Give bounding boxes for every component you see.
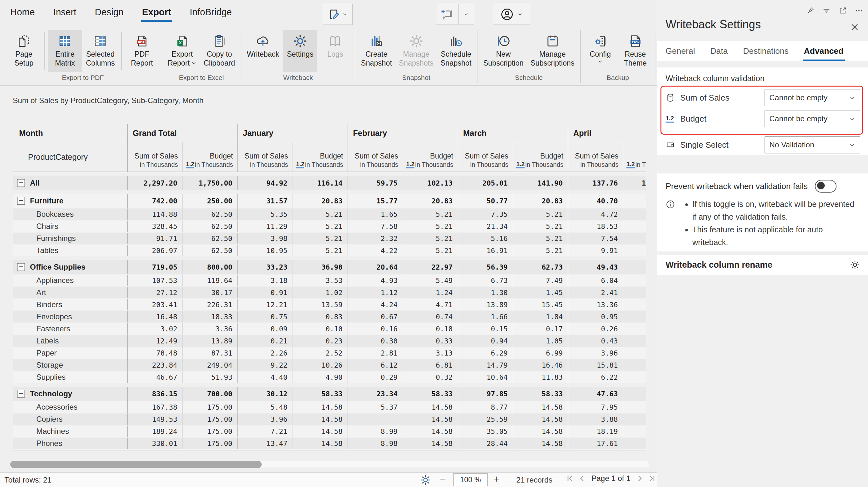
more-options-icon[interactable] xyxy=(855,6,863,15)
matrix-cell[interactable]: 6.99 xyxy=(513,347,568,359)
matrix-cell[interactable]: 13.36 xyxy=(568,299,623,310)
row-label-cell[interactable]: Technology xyxy=(13,387,127,401)
row-label-cell[interactable]: Furniture xyxy=(13,194,127,208)
matrix-cell[interactable]: 14.79 xyxy=(458,359,513,371)
matrix-cell[interactable]: 28.44 xyxy=(458,438,513,449)
matrix-cell[interactable]: 4.71 xyxy=(403,299,458,310)
matrix-cell[interactable]: 0.83 xyxy=(292,311,348,323)
matrix-cell[interactable]: 18.33 xyxy=(182,311,238,323)
matrix-cell[interactable]: 0.95 xyxy=(568,311,623,323)
matrix-cell[interactable]: 16.46 xyxy=(513,359,568,371)
matrix-cell[interactable]: 1.66 xyxy=(458,311,513,323)
matrix-cell[interactable]: 25.59 xyxy=(458,414,513,425)
month-group-header[interactable]: February xyxy=(348,124,458,142)
matrix-cell[interactable]: 78.48 xyxy=(127,347,182,359)
matrix-cell[interactable]: 7.95 xyxy=(568,401,623,413)
row-label-cell[interactable]: Tables xyxy=(13,245,127,256)
matrix-cell[interactable]: 5.21 xyxy=(513,220,568,232)
matrix-cell[interactable] xyxy=(623,260,646,274)
matrix-cell[interactable]: 1.30 xyxy=(458,287,513,298)
matrix-cell[interactable]: 1.84 xyxy=(513,311,568,323)
matrix-cell[interactable]: 2.26 xyxy=(238,347,292,359)
matrix-cell[interactable]: 5.21 xyxy=(292,233,348,244)
matrix-cell[interactable]: 116.14 xyxy=(292,176,348,190)
matrix-cell[interactable]: 21.34 xyxy=(458,220,513,232)
matrix-cell[interactable]: 16.91 xyxy=(458,245,513,256)
matrix-cell[interactable]: 0.43 xyxy=(568,335,623,346)
row-label-cell[interactable]: Fasteners xyxy=(13,323,127,335)
matrix-cell[interactable]: 3.18 xyxy=(238,275,292,286)
matrix-cell[interactable]: 58.33 xyxy=(292,387,348,401)
matrix-cell[interactable]: 3.53 xyxy=(292,275,348,286)
matrix-cell[interactable]: 3.96 xyxy=(238,414,292,425)
logs-button[interactable]: Logs xyxy=(318,30,352,72)
filter-icon[interactable] xyxy=(822,6,831,15)
matrix-cell[interactable]: 14.58 xyxy=(292,414,348,425)
first-page-button[interactable] xyxy=(566,474,574,483)
schedule-snapshot-button[interactable]: Schedule Snapshot xyxy=(437,30,474,72)
collapse-icon[interactable] xyxy=(17,263,25,271)
close-icon[interactable] xyxy=(850,22,859,32)
matrix-cell[interactable]: 91.71 xyxy=(127,233,182,244)
matrix-cell[interactable]: 1,750.00 xyxy=(182,176,238,190)
matrix-cell[interactable]: 14.58 xyxy=(513,438,568,449)
matrix-cell[interactable]: 1.45 xyxy=(513,287,568,298)
matrix-cell[interactable]: 16.48 xyxy=(127,311,182,323)
row-label-cell[interactable]: Binders xyxy=(13,299,127,310)
matrix-cell[interactable]: 8.98 xyxy=(348,438,403,449)
matrix-cell[interactable] xyxy=(623,426,646,437)
matrix-row[interactable]: Office Supplies719.05800.0033.2336.9820.… xyxy=(13,260,646,274)
pin-icon[interactable] xyxy=(806,6,814,15)
matrix-cell[interactable]: 5.48 xyxy=(238,401,292,413)
matrix-cell[interactable]: 0.23 xyxy=(292,335,348,346)
matrix-cell[interactable]: 0.91 xyxy=(238,287,292,298)
matrix-cell[interactable]: 15.45 xyxy=(513,299,568,310)
matrix-cell[interactable]: 97.85 xyxy=(458,387,513,401)
matrix-cell[interactable]: 149.53 xyxy=(127,414,182,425)
matrix-cell[interactable]: 13.89 xyxy=(182,335,238,346)
last-page-button[interactable] xyxy=(648,474,656,483)
budget-column-header[interactable]: 1.2Budgetin Thousands xyxy=(403,142,458,172)
matrix-cell[interactable]: 6.12 xyxy=(348,359,403,371)
matrix-row[interactable]: Furnishings91.7162.503.985.212.325.215.1… xyxy=(13,233,646,244)
matrix-cell[interactable]: 0.21 xyxy=(238,335,292,346)
matrix-cell[interactable]: 17.61 xyxy=(568,438,623,449)
pdf-report-button[interactable]: PDF PDF Report xyxy=(125,30,159,72)
matrix-cell[interactable]: 1 xyxy=(623,176,646,190)
row-label-cell[interactable]: Bookcases xyxy=(13,209,127,220)
matrix-cell[interactable]: 7.54 xyxy=(568,233,623,244)
matrix-cell[interactable]: 800.00 xyxy=(182,260,238,274)
matrix-cell[interactable] xyxy=(623,335,646,346)
zoom-level-field[interactable]: 100 % xyxy=(453,473,488,486)
page-setup-button[interactable]: Page Setup xyxy=(7,30,41,72)
sum-of-sales-column-header[interactable]: Sum of Salesin Thousands xyxy=(238,142,292,172)
matrix-cell[interactable]: 7.21 xyxy=(238,426,292,437)
matrix-row[interactable]: Machines189.24175.007.2114.588.9914.5835… xyxy=(13,426,646,437)
matrix-cell[interactable]: 5.49 xyxy=(403,275,458,286)
selected-columns-button[interactable]: Selected Columns xyxy=(83,30,118,72)
matrix-cell[interactable]: 1.12 xyxy=(348,287,403,298)
matrix-row[interactable]: Supplies46.6751.934.404.900.290.3210.641… xyxy=(13,371,646,383)
matrix-cell[interactable] xyxy=(623,287,646,298)
matrix-cell[interactable]: 226.31 xyxy=(182,299,238,310)
manage-subscriptions-button[interactable]: Manage Subscriptions xyxy=(527,30,578,72)
matrix-row[interactable]: All2,297.201,750.0094.92116.1459.75102.1… xyxy=(13,176,646,190)
matrix-cell[interactable]: 5.21 xyxy=(292,220,348,232)
collapse-icon[interactable] xyxy=(17,390,25,398)
matrix-cell[interactable]: 330.01 xyxy=(127,438,182,449)
matrix-cell[interactable]: 3.98 xyxy=(238,233,292,244)
matrix-cell[interactable]: 0.16 xyxy=(348,323,403,335)
matrix-cell[interactable]: 1.05 xyxy=(513,335,568,346)
matrix-cell[interactable]: 175.00 xyxy=(182,438,238,449)
validation-dropdown-sum-of-sales[interactable]: Cannot be empty xyxy=(765,89,860,106)
matrix-cell[interactable]: 3.88 xyxy=(568,414,623,425)
matrix-cell[interactable]: 5.21 xyxy=(403,245,458,256)
matrix-cell[interactable]: 1.02 xyxy=(292,287,348,298)
menu-export[interactable]: Export xyxy=(141,5,172,20)
add-comment-button[interactable] xyxy=(436,4,459,25)
matrix-row[interactable]: Technology836.15700.0030.1258.3323.3458.… xyxy=(13,387,646,401)
row-label-cell[interactable]: Supplies xyxy=(13,371,127,383)
matrix-cell[interactable]: 4.72 xyxy=(568,209,623,220)
matrix-cell[interactable]: 175.00 xyxy=(182,414,238,425)
matrix-cell[interactable]: 0.33 xyxy=(403,335,458,346)
